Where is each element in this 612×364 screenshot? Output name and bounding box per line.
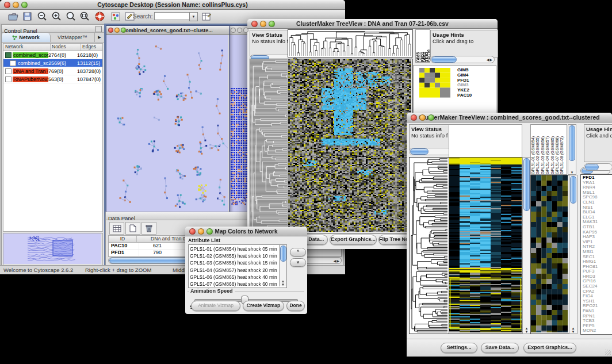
- map-dialog-titlebar[interactable]: Map Colors to Network: [185, 227, 307, 236]
- node-count: 2764(0): [48, 52, 77, 58]
- minimize-button[interactable]: [13, 2, 19, 8]
- network-window-titlebar[interactable]: combined_scores_good.txt--cluste...: [106, 26, 229, 35]
- close-button[interactable]: [251, 21, 258, 27]
- treeview-bottom-titlebar[interactable]: ClusterMaker TreeView : combined_scores_…: [407, 113, 612, 122]
- export-graphics-button[interactable]: Export Graphics...: [330, 235, 377, 245]
- close-button[interactable]: [411, 114, 417, 121]
- gene-list[interactable]: PFD1YRA1RNR4MSL1SPC98CLN1NIS1BUD4ELG1MAK…: [580, 174, 612, 335]
- expression-heatmap[interactable]: [449, 157, 523, 334]
- map-dialog-controls[interactable]: [189, 228, 213, 235]
- dense-network-canvas[interactable]: [229, 35, 248, 213]
- col-edges[interactable]: Edges: [81, 44, 102, 51]
- row-dendrogram[interactable]: [250, 59, 289, 233]
- done-button[interactable]: Done: [286, 301, 305, 311]
- treeview-top-controls[interactable]: [251, 21, 275, 27]
- usage-hints-scrollbar[interactable]: [584, 163, 612, 171]
- network-table-row[interactable]: DNA and Tran 07769(0)183728(0): [3, 67, 102, 75]
- network-table-row[interactable]: combined_sco2569(6)13112(15): [3, 59, 102, 67]
- move-down-button[interactable]: v: [290, 258, 306, 267]
- usage-hints-scrollbar[interactable]: ◀▶: [430, 56, 495, 63]
- window2-controls[interactable]: [231, 28, 248, 33]
- usage-hints-title: Usage Hints: [433, 32, 496, 38]
- select-attributes-icon[interactable]: [109, 222, 124, 235]
- status-zoom-hint: Right-click + drag to ZOOM: [85, 267, 151, 273]
- delete-attribute-icon[interactable]: [141, 222, 156, 235]
- animate-vizmap-button[interactable]: Animate Vizmap: [191, 301, 240, 311]
- network-overview-panel[interactable]: [3, 233, 103, 266]
- minimize-button[interactable]: [260, 21, 266, 27]
- zoom-out-icon[interactable]: [36, 11, 48, 22]
- resize-grip[interactable]: [605, 350, 611, 355]
- treeview-top-titlebar[interactable]: ClusterMaker TreeView : DNA and Tran 07-…: [247, 19, 498, 29]
- network-table-row[interactable]: RNAPuberNov2+563(0)107847(0): [3, 75, 102, 83]
- float-panel-icon[interactable]: [95, 26, 102, 32]
- col-nodes[interactable]: Nodes: [51, 44, 81, 51]
- array-column-label: GPL51-04 (GSM857): [545, 136, 550, 174]
- status-welcome: Welcome to Cytoscape 2.6.2: [3, 267, 73, 273]
- attribute-list-item[interactable]: GPL51-01 (GSM854) heat shock 05 min: [190, 246, 286, 252]
- attribute-list-item[interactable]: GPL51-02 (GSM855) heat shock 10 min: [190, 252, 286, 259]
- search-input[interactable]: [154, 12, 190, 20]
- help-lifesaver-icon[interactable]: [93, 11, 106, 22]
- attribute-list-item[interactable]: GPL51-04 (GSM857) heat shock 20 min: [190, 267, 286, 274]
- minimize-button[interactable]: [198, 228, 204, 235]
- attribute-list-item[interactable]: GPL51-07 (GSM868) heat shock 60 min: [190, 281, 286, 288]
- zoom-vscrollbar[interactable]: ▲▼: [569, 175, 577, 334]
- column-dendrogram[interactable]: [449, 124, 522, 158]
- usage-hints-panel: Usage Hints Click and drag to: [584, 124, 612, 162]
- tab-vizmapper-label: VizMapper™: [58, 35, 87, 40]
- treeview-top-title: ClusterMaker TreeView : DNA and Tran 07-…: [247, 20, 498, 27]
- network-name: combined_scores: [13, 52, 48, 58]
- heatmap-vscrollbar[interactable]: ▲▼: [522, 157, 531, 334]
- usage-hints-text: Click and drag to: [586, 132, 612, 139]
- tab-vizmapper[interactable]: VizMapper™: [51, 33, 94, 42]
- attribute-listbox[interactable]: GPL51-01 (GSM854) heat shock 05 minGPL51…: [188, 244, 287, 288]
- attribute-browser-icon[interactable]: [200, 11, 213, 22]
- new-attribute-icon[interactable]: [125, 222, 140, 235]
- settings-button[interactable]: Settings...: [441, 343, 477, 353]
- close-button[interactable]: [189, 228, 196, 235]
- main-titlebar[interactable]: Cytoscape Desktop (Session Name: collins…: [0, 0, 345, 10]
- data-col-id[interactable]: ID: [109, 236, 137, 242]
- minimize-button[interactable]: [419, 114, 426, 121]
- network-window-controls[interactable]: [108, 28, 126, 33]
- col-network[interactable]: Network: [3, 44, 51, 51]
- network-table-row[interactable]: combined_scores2764(0)16218(0): [3, 51, 102, 59]
- window-controls[interactable]: [4, 2, 28, 8]
- correlation-heatmap[interactable]: [288, 59, 413, 233]
- open-file-icon[interactable]: [7, 11, 20, 22]
- attribute-list-item[interactable]: GPL51-06 (GSM865) heat shock 40 min: [190, 274, 286, 281]
- column-dendrogram[interactable]: [288, 29, 413, 58]
- network-view-canvas[interactable]: [106, 35, 228, 213]
- move-up-button[interactable]: ^: [290, 248, 306, 256]
- prefoldin-matrix-heatmap[interactable]: [419, 68, 450, 98]
- attribute-value: 621: [139, 243, 162, 249]
- gene-id: PAC10: [109, 243, 139, 249]
- tab-network[interactable]: Network: [2, 33, 51, 42]
- search-dropdown-button[interactable]: ▼: [189, 12, 198, 21]
- labels-vscrollbar[interactable]: ▼: [568, 124, 576, 175]
- edge-count: 16218(0): [77, 52, 102, 58]
- attribute-list-vscrollbar[interactable]: ▲▼: [279, 245, 286, 286]
- zoom-in-icon[interactable]: [50, 11, 63, 22]
- create-vizmap-button[interactable]: Create Vizmap: [243, 301, 284, 311]
- zoom-button[interactable]: [428, 114, 434, 121]
- zoom-fit-icon[interactable]: [64, 11, 77, 22]
- treeview-bottom-controls[interactable]: [411, 114, 434, 121]
- row-dendrogram[interactable]: [409, 157, 449, 334]
- zoom-heatmap[interactable]: [530, 175, 569, 334]
- zoom-button[interactable]: [269, 21, 275, 27]
- main-window-title: Cytoscape Desktop (Session Name: collins…: [0, 1, 345, 8]
- zoom-button[interactable]: [21, 2, 28, 8]
- zoom-selected-icon[interactable]: [78, 11, 91, 22]
- gene-list-item[interactable]: MON2: [583, 328, 612, 334]
- tab-overflow-button[interactable]: ▶: [94, 33, 104, 42]
- close-button[interactable]: [4, 2, 10, 8]
- attribute-list-item[interactable]: GPL51-03 (GSM856) heat shock 15 min: [190, 259, 286, 266]
- save-data-button[interactable]: Save Data...: [481, 343, 519, 353]
- save-icon[interactable]: [21, 11, 33, 22]
- zoom-button[interactable]: [206, 228, 213, 235]
- edge-count: 13112(15): [77, 60, 102, 66]
- vizmap-icon[interactable]: [109, 11, 122, 22]
- export-graphics-button[interactable]: Export Graphics...: [523, 343, 576, 353]
